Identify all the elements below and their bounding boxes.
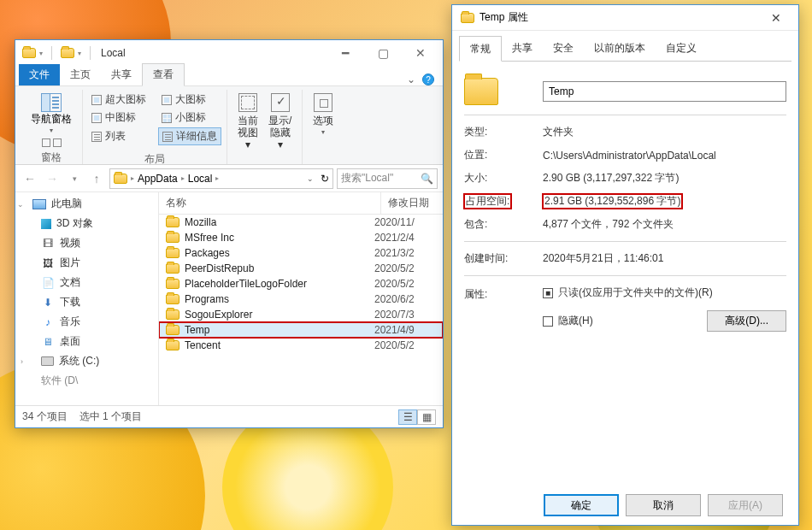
layout-extra-large[interactable]: 超大图标: [88, 91, 150, 108]
status-selection: 选中 1 个项目: [79, 409, 142, 424]
search-input[interactable]: 搜索"Local" 🔍: [337, 168, 438, 189]
history-caret-icon[interactable]: ⌄: [307, 174, 314, 183]
explorer-titlebar[interactable]: ▾ ▾ Local ━ ▢ ✕: [15, 40, 443, 66]
checkbox-hidden[interactable]: 隐藏(H): [543, 314, 593, 328]
details-pane-icon[interactable]: [53, 138, 62, 147]
pictures-icon: 🖼: [41, 257, 55, 269]
forward-button[interactable]: →: [43, 169, 62, 188]
show-hide-button[interactable]: 显示/隐藏 ▾: [263, 91, 297, 152]
qat-overflow-icon[interactable]: ▾: [78, 50, 81, 57]
name-input[interactable]: [543, 81, 786, 102]
tab-previous-versions[interactable]: 以前的版本: [584, 36, 656, 61]
layout-large[interactable]: 大图标: [158, 91, 221, 108]
column-header-date[interactable]: 修改日期: [381, 192, 443, 214]
tab-home[interactable]: 主页: [60, 64, 101, 85]
help-icon[interactable]: ?: [422, 74, 434, 85]
qat-caret-icon[interactable]: ▾: [39, 50, 43, 57]
apply-button[interactable]: 应用(A): [708, 494, 783, 516]
sidebar-item-desktop[interactable]: 🖥桌面: [15, 332, 158, 351]
file-name: Tencent: [185, 339, 369, 351]
preview-pane-icon[interactable]: [42, 138, 50, 147]
options-button[interactable]: 选项▾: [308, 91, 338, 140]
folder-icon: [166, 340, 179, 350]
breadcrumb-part[interactable]: AppData: [138, 173, 178, 185]
current-view-button[interactable]: 当前视图 ▾: [232, 91, 263, 152]
video-icon: 🎞: [41, 238, 55, 250]
drive-icon: [41, 356, 54, 366]
tab-share[interactable]: 共享: [502, 36, 543, 61]
column-header-name[interactable]: 名称: [159, 192, 381, 214]
folder-icon: [114, 174, 127, 184]
ribbon-tabs: 文件 主页 共享 查看 ⌄ ?: [15, 66, 443, 86]
checkbox-readonly[interactable]: ■只读(仅应用于文件夹中的文件)(R): [543, 286, 786, 300]
properties-tabs: 常规 共享 安全 以前的版本 自定义: [459, 36, 791, 62]
file-row[interactable]: Temp2021/4/9: [159, 322, 443, 338]
label-size-on-disk: 占用空间:: [464, 194, 511, 209]
tab-share[interactable]: 共享: [101, 64, 142, 85]
file-row[interactable]: Mozilla2020/11/: [159, 215, 443, 230]
sidebar-item-music[interactable]: ♪音乐: [15, 312, 158, 332]
file-row[interactable]: Packages2021/3/2: [159, 245, 443, 261]
up-button[interactable]: ↑: [87, 169, 106, 188]
refresh-icon[interactable]: ↻: [321, 173, 329, 185]
recent-locations-button[interactable]: ▾: [65, 169, 84, 188]
tab-general[interactable]: 常规: [459, 36, 502, 62]
back-button[interactable]: ←: [21, 169, 39, 188]
file-list: Mozilla2020/11/MSfree Inc2021/2/4Package…: [159, 215, 443, 405]
status-item-count: 34 个项目: [22, 409, 68, 424]
collapse-ribbon-icon[interactable]: ⌄: [407, 74, 415, 85]
layout-small[interactable]: 小图标: [158, 109, 221, 126]
sidebar-item-pictures[interactable]: 🖼图片: [15, 253, 158, 273]
options-icon: [314, 93, 332, 112]
file-row[interactable]: SogouExplorer2020/7/3: [159, 307, 443, 322]
advanced-button[interactable]: 高级(D)...: [707, 310, 786, 332]
value-contains: 4,877 个文件，792 个文件夹: [543, 217, 786, 232]
group-label-pane: 窗格: [41, 147, 62, 167]
value-size: 2.90 GB (3,117,297,322 字节): [543, 171, 786, 186]
sidebar-item-3d[interactable]: 3D 对象: [15, 214, 158, 233]
maximize-button[interactable]: ▢: [364, 41, 402, 65]
label-size: 大小:: [464, 171, 543, 186]
sidebar-item-documents[interactable]: 📄文档: [15, 273, 158, 292]
cancel-button[interactable]: 取消: [626, 494, 701, 516]
view-icons-toggle[interactable]: ▦: [417, 409, 436, 425]
breadcrumb-part[interactable]: Local: [188, 173, 213, 185]
pc-icon: [32, 199, 46, 209]
file-date: 2021/4/9: [374, 324, 436, 336]
search-placeholder: 搜索"Local": [341, 171, 393, 186]
window-title: Local: [101, 47, 126, 59]
tab-view[interactable]: 查看: [142, 63, 185, 86]
explorer-window: ▾ ▾ Local ━ ▢ ✕ 文件 主页 共享 查看 ⌄ ? 导航窗格 ▾: [15, 39, 444, 428]
layout-list[interactable]: 列表: [88, 127, 150, 145]
close-button[interactable]: ✕: [402, 41, 439, 65]
sidebar-item-drive-d[interactable]: 软件 (D\: [15, 371, 158, 391]
file-date: 2021/2/4: [374, 232, 436, 244]
file-date: 2020/6/2: [374, 293, 436, 305]
sidebar-item-pc[interactable]: ⌄此电脑: [15, 194, 158, 214]
dialog-title: Temp 属性: [480, 10, 528, 25]
file-row[interactable]: PlaceholderTileLogoFolder2020/5/2: [159, 276, 443, 292]
tab-file[interactable]: 文件: [19, 64, 60, 85]
file-name: PlaceholderTileLogoFolder: [185, 278, 369, 290]
layout-medium[interactable]: 中图标: [88, 109, 150, 126]
nav-pane-button[interactable]: 导航窗格 ▾: [26, 91, 77, 136]
value-created: 2020年5月21日，11:46:01: [543, 251, 786, 266]
sidebar-item-video[interactable]: 🎞视频: [15, 233, 158, 253]
tab-security[interactable]: 安全: [543, 36, 584, 61]
view-details-toggle[interactable]: ☰: [398, 409, 417, 425]
file-name: Packages: [185, 247, 369, 259]
file-row[interactable]: Programs2020/6/2: [159, 292, 443, 307]
file-row[interactable]: Tencent2020/5/2: [159, 338, 443, 353]
folder-icon: [461, 13, 474, 23]
layout-details[interactable]: 详细信息: [158, 127, 221, 145]
sidebar-item-downloads[interactable]: ⬇下载: [15, 292, 158, 312]
sidebar-item-drive-c[interactable]: ›系统 (C:): [15, 351, 158, 371]
ok-button[interactable]: 确定: [544, 494, 619, 516]
close-button[interactable]: ✕: [757, 11, 795, 25]
breadcrumb[interactable]: ▸ AppData ▸ Local ▸ ⌄ ↻: [109, 168, 333, 189]
file-row[interactable]: MSfree Inc2021/2/4: [159, 230, 443, 245]
file-row[interactable]: PeerDistRepub2020/5/2: [159, 261, 443, 276]
minimize-button[interactable]: ━: [327, 41, 364, 65]
tab-customize[interactable]: 自定义: [656, 36, 707, 61]
value-type: 文件夹: [543, 125, 786, 139]
